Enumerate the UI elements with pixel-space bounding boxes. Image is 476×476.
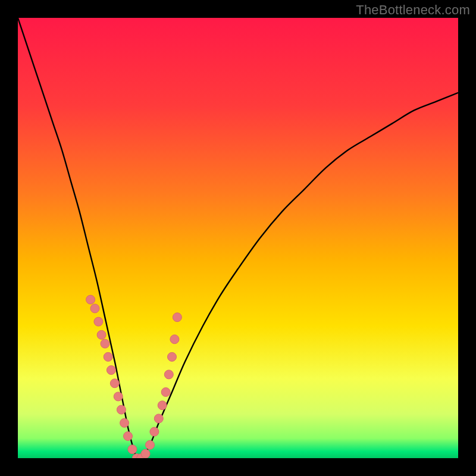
plot-area xyxy=(18,18,458,458)
data-marker xyxy=(128,445,137,454)
data-marker xyxy=(120,418,129,427)
data-marker xyxy=(104,352,112,361)
data-marker xyxy=(164,370,173,379)
data-marker xyxy=(117,405,126,414)
gradient-background xyxy=(18,18,458,458)
data-marker xyxy=(170,335,179,344)
data-marker xyxy=(101,339,109,348)
attribution-label: TheBottleneck.com xyxy=(356,2,470,18)
data-marker xyxy=(97,330,106,339)
bottleneck-chart xyxy=(18,18,458,458)
data-marker xyxy=(94,317,103,326)
data-marker xyxy=(86,295,95,304)
data-marker xyxy=(90,304,99,313)
data-marker xyxy=(168,352,177,361)
data-marker xyxy=(154,414,163,423)
data-marker xyxy=(161,388,170,397)
data-marker xyxy=(124,432,133,441)
data-marker xyxy=(150,427,159,436)
data-marker xyxy=(141,449,150,458)
data-marker xyxy=(173,313,181,322)
data-marker xyxy=(107,366,115,375)
data-marker xyxy=(114,392,123,401)
chart-frame: TheBottleneck.com xyxy=(0,0,476,476)
data-marker xyxy=(110,379,119,388)
data-marker xyxy=(158,401,167,410)
data-marker xyxy=(146,440,155,449)
